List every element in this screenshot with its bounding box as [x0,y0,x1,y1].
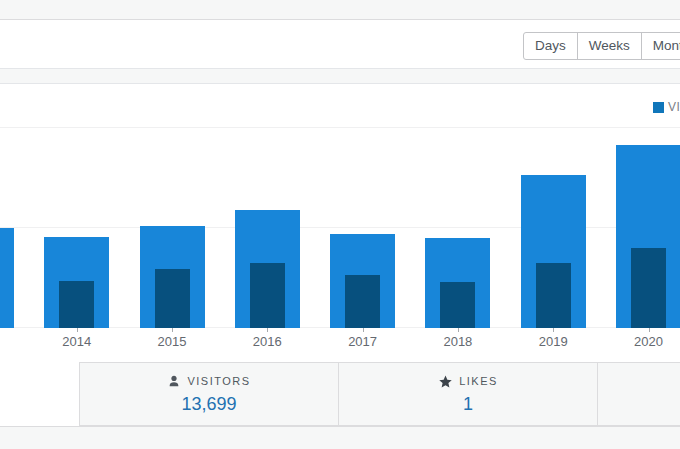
x-axis-label-2015: 2015 [158,334,187,349]
visitors-bar-2018[interactable] [440,282,475,328]
x-tick-2020 [649,328,650,332]
gridline [0,127,680,128]
bar-chart [0,84,680,328]
star-icon [438,374,453,389]
x-tick-2016 [267,328,268,332]
visitors-bar-2016[interactable] [250,263,285,328]
bottom-page-strip [0,427,680,449]
x-tick-2018 [458,328,459,332]
tab-weeks[interactable]: Weeks [577,32,642,60]
summary-box-empty [597,362,680,426]
section-divider [0,69,680,84]
tab-months[interactable]: Months [641,32,680,60]
x-axis-label-2016: 2016 [253,334,282,349]
x-axis-label-2020: 2020 [634,334,663,349]
x-axis: 20132014201520162017201820192020 [0,328,680,354]
x-tick-2019 [553,328,554,332]
tab-days[interactable]: Days [523,32,578,60]
x-tick-2014 [77,328,78,332]
views-bar-2013[interactable] [0,228,14,328]
visitors-bar-2014[interactable] [59,281,94,328]
x-axis-label-2018: 2018 [443,334,472,349]
visitors-value[interactable]: 13,699 [80,394,338,415]
interval-tabs: Days Weeks Months [523,32,680,60]
visitors-bar-2015[interactable] [155,269,190,328]
top-page-strip [0,0,680,20]
likes-label: LIKES [459,375,498,387]
summary-boxes: VISITORS 13,699 LIKES 1 [79,362,680,426]
summary-likes-header: LIKES [339,373,597,389]
x-tick-2017 [363,328,364,332]
summary-visitors-header: VISITORS [80,373,338,389]
x-axis-label-2014: 2014 [62,334,91,349]
summary-box-likes: LIKES 1 [338,362,598,426]
likes-value[interactable]: 1 [339,394,597,415]
x-axis-label-2019: 2019 [539,334,568,349]
visitors-bar-2020[interactable] [631,248,666,328]
visitors-label: VISITORS [187,375,250,387]
person-icon [167,374,181,388]
x-axis-label-2017: 2017 [348,334,377,349]
visitors-bar-2017[interactable] [345,275,380,328]
summary-box-visitors: VISITORS 13,699 [79,362,339,426]
visitors-bar-2019[interactable] [536,263,571,328]
x-tick-2015 [172,328,173,332]
